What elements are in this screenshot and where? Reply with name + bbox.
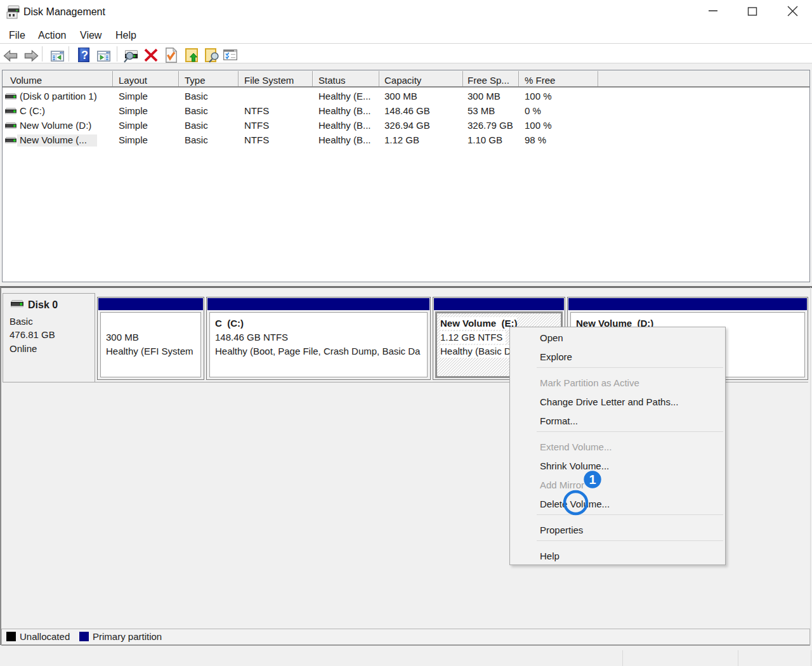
svg-text:1: 1 <box>589 473 596 486</box>
svg-text:?: ? <box>81 49 88 62</box>
